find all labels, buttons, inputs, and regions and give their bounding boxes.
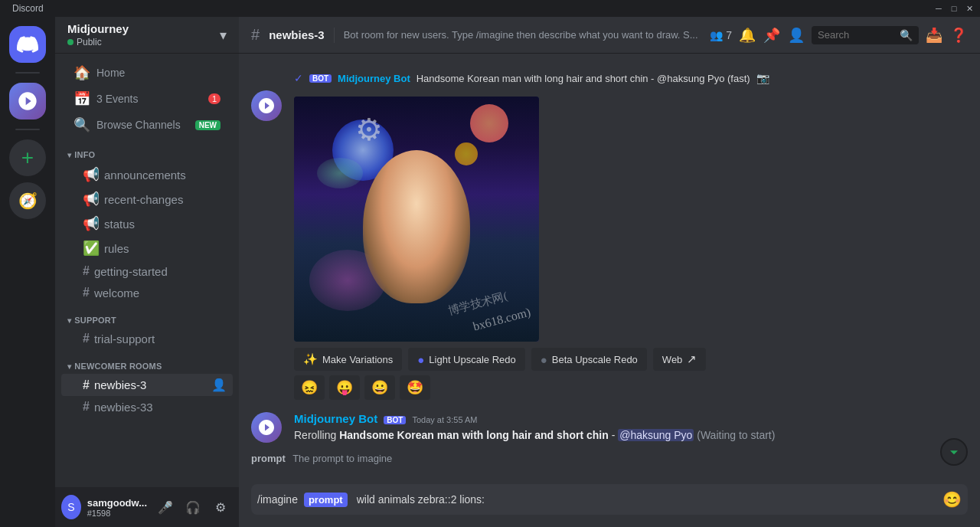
mute-button[interactable]: 🎤 bbox=[153, 495, 178, 519]
message-image-wrapper: ⚙ 博学技术网( bx618.com) bbox=[294, 97, 539, 342]
deafen-button[interactable]: 🎧 bbox=[181, 495, 205, 519]
channel-newbies-3[interactable]: # newbies-3 👤 bbox=[61, 374, 233, 396]
light-upscale-icon: ● bbox=[417, 353, 424, 366]
web-button[interactable]: Web ↗ bbox=[653, 348, 707, 371]
reactions-row: 😖 😛 😀 🤩 bbox=[294, 375, 968, 400]
nav-browse[interactable]: 🔍 Browse Channels NEW bbox=[61, 112, 233, 138]
channel-header-desc: Bot room for new users. Type /imagine th… bbox=[344, 29, 701, 41]
channel-getting-started[interactable]: # getting-started bbox=[61, 260, 233, 282]
channel-trial-support[interactable]: # trial-support bbox=[61, 328, 233, 349]
user-info: samgoodw... #1598 bbox=[87, 497, 147, 518]
reaction-3[interactable]: 😀 bbox=[364, 375, 395, 400]
server-dropdown-icon: ▾ bbox=[220, 27, 227, 44]
member-icon: 👥 bbox=[710, 29, 723, 41]
emoji-button[interactable]: 😊 bbox=[942, 490, 962, 509]
channel-name-newbies-33: newbies-33 bbox=[94, 401, 153, 414]
settings-button[interactable]: ⚙ bbox=[208, 495, 233, 519]
channel-recent-changes[interactable]: 📢 recent-changes bbox=[61, 187, 233, 211]
bot-avatar-1 bbox=[251, 90, 282, 121]
header-actions: 👥 7 🔔 📌 👤 🔍 📥 ❓ bbox=[710, 26, 968, 44]
message-content-1: ⚙ 博学技术网( bx618.com) ✨ Make Variations bbox=[294, 90, 968, 400]
category-info-label: INFO bbox=[74, 150, 95, 159]
titlebar-controls: ─ □ ✕ bbox=[934, 4, 974, 13]
server-header[interactable]: Midjourney Public ▾ bbox=[55, 17, 239, 54]
channel-name-getting-started: getting-started bbox=[94, 265, 168, 278]
minimize-button[interactable]: ─ bbox=[934, 4, 943, 13]
reaction-4[interactable]: 🤩 bbox=[400, 375, 430, 400]
category-newcomer[interactable]: ▾ NEWCOMER ROOMS bbox=[55, 349, 239, 374]
channel-sidebar: Midjourney Public ▾ 🏠 Home 📅 3 Events 1 bbox=[55, 17, 239, 527]
reroll-dash: - bbox=[612, 429, 619, 441]
server-public-label: Public bbox=[77, 37, 102, 47]
message-group-2: Midjourney Bot BOT Today at 3:55 AM Rero… bbox=[239, 409, 980, 447]
home-label: Home bbox=[96, 67, 125, 79]
reaction-2[interactable]: 😛 bbox=[329, 375, 360, 400]
channel-rules[interactable]: ✅ rules bbox=[61, 236, 233, 260]
close-button[interactable]: ✕ bbox=[965, 4, 974, 13]
category-newcomer-label: NEWCOMER ROOMS bbox=[74, 362, 162, 371]
make-variations-button[interactable]: ✨ Make Variations bbox=[294, 348, 402, 371]
search-box[interactable]: 🔍 bbox=[812, 26, 919, 44]
inbox-button[interactable]: 📥 bbox=[925, 26, 943, 44]
discover-server-button[interactable]: 🧭 bbox=[9, 182, 46, 219]
maximize-button[interactable]: □ bbox=[949, 4, 959, 13]
input-area: /imagine prompt 😊 bbox=[239, 484, 980, 527]
channel-name-welcome: welcome bbox=[94, 286, 139, 300]
main-content: # newbies-3 Bot room for new users. Type… bbox=[239, 17, 980, 527]
channel-name-rules: rules bbox=[104, 242, 129, 255]
home-icon: 🏠 bbox=[74, 64, 90, 81]
pin-button[interactable]: 📌 bbox=[763, 26, 781, 44]
user-controls: 🎤 🎧 ⚙ bbox=[153, 495, 233, 519]
server-divider bbox=[15, 72, 40, 74]
input-subcommand: prompt bbox=[304, 493, 348, 507]
server-divider-2 bbox=[15, 129, 40, 130]
server-icon-midjourney[interactable] bbox=[9, 83, 46, 119]
message-top-info: ✓ BOT Midjourney Bot Handsome Korean man… bbox=[239, 66, 980, 87]
hash-icon-2: # bbox=[83, 286, 90, 300]
channel-status[interactable]: 📢 status bbox=[61, 211, 233, 236]
bot-badge-2: BOT bbox=[384, 416, 406, 424]
server-status: Public bbox=[67, 37, 129, 47]
hash-icon-1: # bbox=[83, 264, 90, 278]
light-upscale-redo-button[interactable]: ● Light Upscale Redo bbox=[408, 348, 525, 371]
browse-icon: 🔍 bbox=[74, 116, 90, 133]
channel-name-trial-support: trial-support bbox=[94, 332, 155, 345]
reaction-1[interactable]: 😖 bbox=[294, 375, 325, 400]
message-content-2: Midjourney Bot BOT Today at 3:55 AM Rero… bbox=[294, 412, 968, 444]
discord-home-button[interactable] bbox=[9, 26, 46, 63]
notifications-button[interactable]: 🔔 bbox=[738, 26, 756, 44]
channel-announcements[interactable]: 📢 announcements bbox=[61, 162, 233, 187]
messages-area[interactable]: ✓ BOT Midjourney Bot Handsome Korean man… bbox=[239, 54, 980, 484]
app-body: + 🧭 Midjourney Public ▾ 🏠 Home 📅 bbox=[0, 17, 980, 527]
message-image: ⚙ 博学技术网( bx618.com) bbox=[294, 97, 539, 342]
message-text-2: Rerolling Handsome Korean man with long … bbox=[294, 428, 968, 444]
bot-author-inline: Midjourney Bot bbox=[338, 73, 410, 84]
member-count-value: 7 bbox=[726, 29, 732, 41]
member-count: 👥 7 bbox=[710, 29, 732, 41]
channel-name-newbies-3: newbies-3 bbox=[94, 378, 146, 391]
slash-command: /imagine bbox=[257, 493, 298, 506]
prompt-tooltip-text: The prompt to imagine bbox=[292, 453, 392, 464]
scroll-to-bottom-button[interactable] bbox=[940, 438, 968, 466]
channel-welcome[interactable]: # welcome bbox=[61, 282, 233, 303]
category-arrow-info: ▾ bbox=[67, 151, 71, 159]
hash-icon-3: # bbox=[83, 332, 90, 345]
add-server-button[interactable]: + bbox=[9, 139, 46, 176]
channel-newbies-33[interactable]: # newbies-33 bbox=[61, 396, 233, 417]
help-button[interactable]: ❓ bbox=[949, 26, 968, 44]
channel-hash-icon: # bbox=[251, 26, 260, 44]
server-sidebar: + 🧭 bbox=[0, 17, 55, 527]
members-button[interactable]: 👤 bbox=[787, 26, 805, 44]
nav-events[interactable]: 📅 3 Events 1 bbox=[61, 86, 233, 112]
app-title: Discord bbox=[12, 3, 44, 14]
category-support[interactable]: ▾ SUPPORT bbox=[55, 303, 239, 328]
category-info[interactable]: ▾ INFO bbox=[55, 138, 239, 162]
message-input[interactable] bbox=[354, 487, 936, 512]
external-link-icon: ↗ bbox=[687, 352, 697, 366]
prompt-tooltip: prompt The prompt to imagine bbox=[239, 447, 980, 470]
nav-home[interactable]: 🏠 Home bbox=[61, 60, 233, 86]
channel-header: # newbies-3 Bot room for new users. Type… bbox=[239, 17, 980, 54]
events-label: 3 Events bbox=[96, 93, 138, 105]
beta-upscale-redo-button[interactable]: ● Beta Upscale Redo bbox=[531, 348, 647, 371]
search-input[interactable] bbox=[818, 29, 897, 41]
